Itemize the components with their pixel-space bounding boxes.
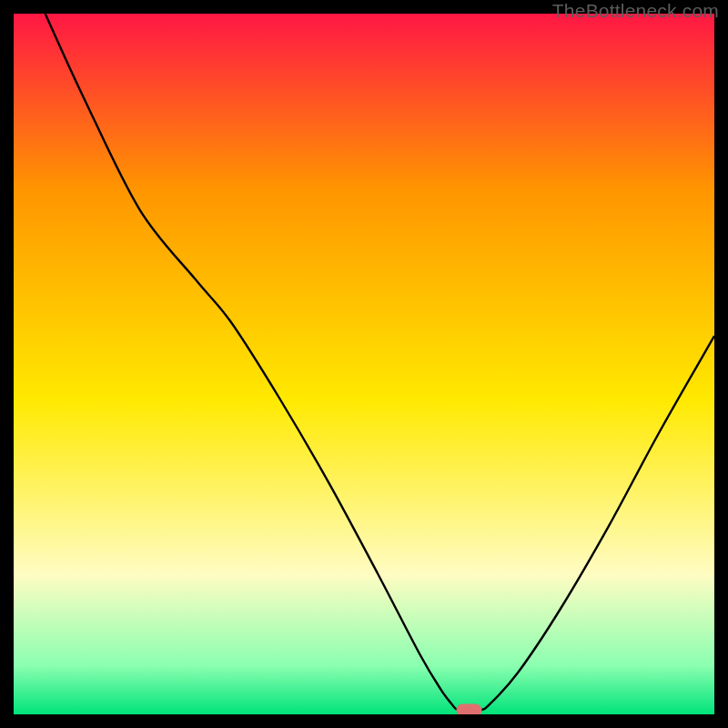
gradient-background — [14, 14, 714, 714]
chart-frame: { "watermark": "TheBottleneck.com", "col… — [0, 0, 728, 728]
optimum-marker — [457, 703, 482, 714]
bottleneck-chart — [14, 14, 714, 714]
watermark-text: TheBottleneck.com — [552, 0, 719, 22]
